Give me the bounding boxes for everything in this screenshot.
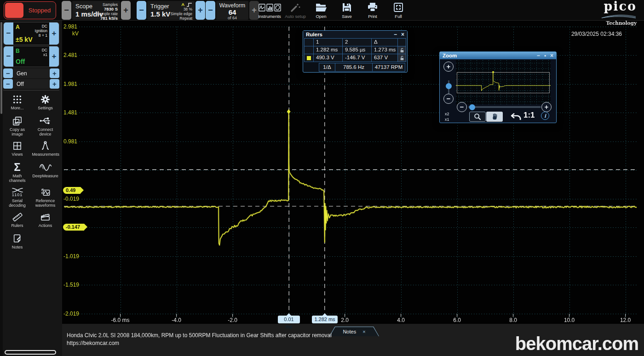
time-ruler-lock-button[interactable]: [397, 46, 406, 54]
zoom-horizontal-in-button[interactable]: +: [541, 102, 552, 112]
generator-increase-button[interactable]: +: [50, 68, 59, 78]
generator-label[interactable]: Gen: [13, 68, 50, 78]
sidebar-item-math-channels[interactable]: ΣMath channels: [3, 161, 31, 183]
time-ruler-handle-1[interactable]: 0.01 ms: [278, 316, 300, 323]
scope-panel[interactable]: Scope 1 ms/div Samples 7830 S Sample rat…: [72, 1, 120, 20]
zoom-horizontal-out-button[interactable]: −: [457, 102, 467, 112]
zoom-minimize-button[interactable]: −: [537, 52, 540, 59]
instruments-button[interactable]: Instruments: [257, 0, 282, 21]
print-button[interactable]: Print: [360, 0, 385, 21]
sidebar-item-reference-waveforms[interactable]: Reference waveforms: [31, 186, 59, 208]
toolbar-button-label: Full: [395, 14, 402, 19]
serial-icon: 1101: [12, 186, 23, 198]
channel-b-increase-button[interactable]: +: [49, 46, 59, 67]
waveform-panel[interactable]: Waveform 64 of 64: [216, 1, 248, 20]
zoom-overview-map[interactable]: [456, 60, 551, 104]
y-axis-label: 1.981: [63, 81, 77, 87]
scope-decrease-button[interactable]: −: [62, 1, 71, 20]
zoom-vertical-slider-thumb[interactable]: [446, 83, 452, 89]
channel-b-panel[interactable]: − B DC x1 Off +: [3, 46, 59, 67]
save-button[interactable]: Save: [334, 0, 360, 21]
pico-logo: pico Technology: [601, 1, 637, 26]
scope-increase-button[interactable]: +: [121, 1, 131, 20]
sidebar-item-measurements[interactable]: Measurements: [31, 140, 59, 158]
stop-indicator: [5, 3, 23, 18]
notes-bar: Notes × Honda CIvic 2.0L SI 2008 184,000…: [62, 324, 644, 356]
zoom-magnifier-tool-button[interactable]: [469, 112, 486, 122]
ref-wave-icon: [40, 186, 51, 198]
zoom-horizontal-slider-track[interactable]: [468, 106, 541, 108]
pico-logo-sub: Technology: [601, 20, 637, 26]
copy-image-icon: [12, 115, 23, 127]
zoom-maximize-button[interactable]: ▪: [544, 52, 546, 59]
notes-tab-close-icon[interactable]: ×: [362, 329, 365, 334]
sidebar-item-rulers[interactable]: Rulers: [3, 211, 31, 229]
zoom-close-button[interactable]: ×: [550, 52, 553, 59]
channel-b-probe: x1: [42, 52, 47, 57]
channel-a-color-swatch: [307, 56, 311, 60]
zoom-undo-button[interactable]: [510, 112, 522, 122]
rulers-close-button[interactable]: ×: [401, 31, 404, 38]
rulers-window-titlebar[interactable]: Rulers − ×: [303, 31, 407, 38]
trigger-channel: A: [181, 2, 184, 7]
start-stop-button[interactable]: Stopped: [4, 1, 56, 19]
zoom-horizontal-slider-thumb[interactable]: [469, 104, 475, 110]
channel-a-panel[interactable]: − A DC Ignition 8 + 1 ±5 kV +: [3, 22, 59, 45]
sidebar-scrollbar-thumb[interactable]: [0, 22, 2, 114]
sidebar-item-settings[interactable]: Settings: [31, 93, 59, 112]
trigger-control-group: − Trigger 1.5 kV A 38 % Simple edge Repe…: [137, 1, 205, 20]
sidebar-item-copy-as-image[interactable]: Copy as image: [3, 115, 31, 136]
rulers-col-2: 2: [342, 38, 372, 46]
sidebar-item-label: Serial decoding: [4, 198, 31, 208]
zoom-vertical-in-button[interactable]: +: [443, 62, 454, 72]
trigger-panel[interactable]: Trigger 1.5 kV A 38 % Simple edge Repeat: [147, 1, 195, 20]
trigger-increase-button[interactable]: +: [196, 1, 205, 20]
toolbar-button-label: Print: [368, 14, 377, 19]
notes-text[interactable]: Honda CIvic 2.0L SI 2008 184,000km, RPM …: [67, 332, 332, 347]
zoom-window-title: Zoom: [443, 53, 457, 58]
zoom-ratio-button[interactable]: 1:1: [523, 111, 535, 120]
trigger-decrease-button[interactable]: −: [137, 1, 146, 20]
voltage-ruler-handle-1[interactable]: 0.49: [63, 187, 80, 194]
sidebar-item-label: Connect device: [32, 127, 59, 136]
sidebar-item-connect-device[interactable]: Connect device: [31, 115, 59, 136]
auto-setup-button[interactable]: Auto setup: [282, 0, 308, 21]
generator-state-increase-button[interactable]: +: [50, 79, 59, 89]
sidebar-item-actions[interactable]: Actions: [31, 211, 59, 229]
zoom-info-icon[interactable]: i: [541, 112, 549, 120]
voltage-ruler-handle-2[interactable]: -0.147: [63, 224, 84, 231]
channel-a-increase-button[interactable]: +: [49, 23, 59, 45]
x-axis-label: -2.0: [228, 317, 237, 323]
y-axis-label: 2.981: [63, 23, 77, 30]
zoom-overview-canvas[interactable]: [456, 60, 551, 104]
zoom-hand-tool-button[interactable]: [486, 112, 503, 122]
waveform-previous-button[interactable]: −: [206, 1, 215, 20]
notes-tab[interactable]: Notes ×: [329, 327, 379, 336]
voltage-ruler-lock-button[interactable]: [397, 54, 406, 62]
sidebar-scrollbar[interactable]: [0, 21, 3, 356]
rulers-minimize-button[interactable]: −: [394, 31, 397, 38]
sidebar-item-deepmeasure[interactable]: DeepMeasure: [31, 161, 59, 183]
sidebar-item-serial-decoding[interactable]: 1101Serial decoding: [3, 186, 31, 208]
sidebar-item-views[interactable]: Views: [3, 140, 31, 158]
zoom-window-titlebar[interactable]: Zoom − ▪ ×: [440, 52, 556, 59]
trigger-repeat: Repeat: [171, 16, 192, 21]
open-button[interactable]: Open: [308, 0, 334, 21]
generator-decrease-button[interactable]: −: [3, 68, 13, 78]
generator-state-label[interactable]: Off: [13, 79, 50, 89]
channel-a-decrease-button[interactable]: −: [4, 23, 13, 45]
sidebar-item-more[interactable]: More...: [3, 93, 31, 112]
channel-b-decrease-button[interactable]: −: [4, 46, 13, 67]
sidebar-item-notes[interactable]: Notes: [3, 232, 31, 251]
horizontal-scrollbar-thumb[interactable]: [5, 350, 56, 355]
zoom-vertical-out-button[interactable]: −: [443, 94, 454, 104]
time-ruler-handle-2[interactable]: 1.282 ms: [312, 316, 338, 323]
zoom-window[interactable]: Zoom − ▪ × + − − + x2 x1: [439, 51, 557, 123]
generator-row: − Gen +: [3, 68, 59, 78]
y-axis-label: -0.019: [63, 196, 79, 202]
capture-datetime: 29/03/2025 02:34:36: [571, 31, 622, 37]
full-button[interactable]: Full: [385, 0, 411, 21]
watermark: bekomcar.com: [515, 333, 638, 354]
rulers-window[interactable]: Rulers − × 1 2 Δ 1.282 ms 9.585 µs 1.273…: [303, 30, 408, 73]
generator-state-decrease-button[interactable]: −: [3, 79, 13, 89]
